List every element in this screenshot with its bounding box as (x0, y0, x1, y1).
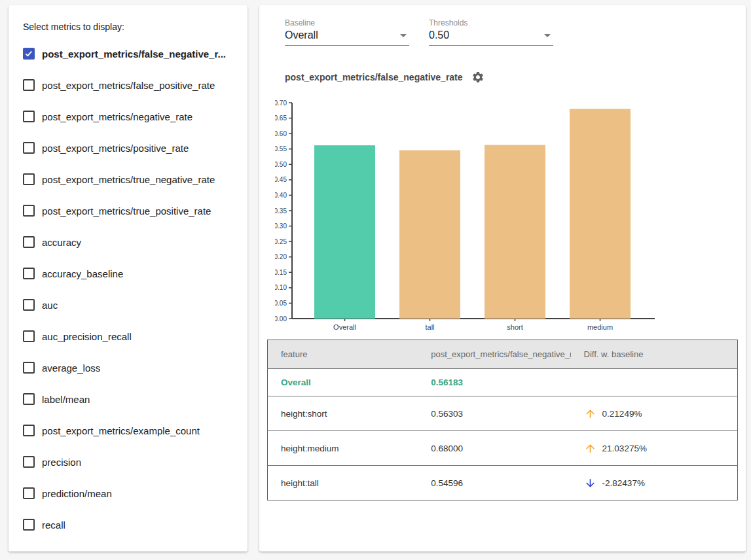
value-cell: 0.54596 (418, 466, 570, 500)
diff-value: 21.03275% (602, 444, 647, 453)
metric-label: post_export_metrics/example_count (42, 425, 200, 436)
checkbox-icon[interactable] (23, 205, 35, 217)
checkbox-icon[interactable] (23, 79, 35, 91)
bar-medium[interactable] (570, 109, 631, 319)
metric-label: post_export_metrics/negative_rate (42, 111, 192, 122)
table-row: height:short0.563030.21249% (268, 396, 738, 431)
metric-item[interactable]: precision (23, 446, 247, 478)
checkbox-icon[interactable] (23, 487, 35, 499)
metric-item[interactable]: auc (23, 289, 247, 321)
bar-chart: 0.000.050.100.150.200.250.300.350.400.45… (275, 97, 668, 337)
bar-Overall[interactable] (314, 145, 375, 319)
metric-label: label/mean (42, 394, 90, 405)
diff-cell: 0.21249% (571, 396, 738, 431)
bar-short[interactable] (485, 145, 545, 319)
checkbox-icon[interactable] (23, 330, 35, 342)
x-tick-label: short (507, 323, 522, 331)
y-tick-label: 0.65 (275, 114, 287, 122)
checkbox-icon[interactable] (23, 456, 35, 468)
checkbox-icon[interactable] (23, 425, 35, 436)
metric-item[interactable]: post_export_metrics/positive_rate (23, 132, 247, 164)
metric-item[interactable]: average_loss (23, 352, 247, 383)
y-tick-label: 0.30 (275, 222, 287, 230)
checkbox-icon[interactable] (23, 299, 35, 311)
metrics-sidebar: Select metrics to display: post_export_m… (9, 5, 247, 551)
metric-item[interactable]: accuracy (23, 226, 247, 258)
metric-item[interactable]: post_export_metrics/true_positive_rate (23, 195, 247, 226)
table-header-cell: feature (268, 340, 418, 369)
checkbox-icon[interactable] (23, 393, 35, 405)
table-row: height:tall0.54596-2.82437% (268, 466, 738, 500)
table-row: Overall0.56183 (268, 369, 738, 396)
metric-item[interactable]: accuracy_baseline (23, 258, 247, 289)
y-tick-label: 0.60 (275, 130, 287, 137)
y-tick-label: 0.25 (275, 238, 287, 245)
checkbox-icon[interactable] (23, 236, 35, 248)
metric-label: post_export_metrics/false_negative_r... (42, 48, 226, 60)
table-header-row: featurepost_export_metrics/false_negativ… (268, 340, 738, 369)
metric-item[interactable]: post_export_metrics/false_negative_r... (23, 38, 247, 69)
value-cell: 0.68000 (418, 431, 570, 466)
metric-label: post_export_metrics/true_positive_rate (42, 205, 211, 217)
diff-cell: 21.03275% (571, 431, 738, 466)
chevron-down-icon (544, 34, 551, 37)
y-tick-label: 0.55 (275, 145, 287, 152)
bar-tall[interactable] (399, 150, 460, 319)
baseline-dropdown-label: Baseline (285, 18, 409, 27)
main-panel: Baseline Overall Thresholds 0.50 post_ex… (259, 5, 746, 551)
value-cell: 0.56183 (418, 369, 570, 396)
table-header-cell: Diff. w. baseline (571, 340, 738, 369)
diff-cell (571, 369, 738, 396)
gear-icon[interactable] (471, 71, 485, 84)
y-tick-label: 0.05 (275, 300, 287, 307)
chart-header: post_export_metrics/false_negative_rate (285, 71, 485, 84)
metric-label: average_loss (42, 362, 100, 374)
diff-cell: -2.82437% (571, 466, 738, 500)
value-cell: 0.56303 (418, 396, 570, 431)
checkbox-checked-icon[interactable] (23, 48, 35, 60)
thresholds-dropdown[interactable]: Thresholds 0.50 (429, 18, 553, 46)
metric-label: post_export_metrics/false_positive_rate (42, 80, 215, 91)
checkbox-icon[interactable] (23, 173, 35, 185)
y-tick-label: 0.10 (275, 284, 287, 291)
arrow-down-icon (584, 477, 596, 489)
arrow-up-icon (584, 442, 596, 455)
sidebar-title: Select metrics to display: (23, 22, 247, 32)
y-tick-label: 0.40 (275, 192, 287, 199)
diff-value: 0.21249% (602, 409, 642, 419)
baseline-dropdown[interactable]: Baseline Overall (285, 18, 409, 46)
diff-value: -2.82437% (602, 478, 645, 488)
metric-label: post_export_metrics/true_negative_rate (42, 174, 215, 185)
metric-item[interactable]: post_export_metrics/true_negative_rate (23, 164, 247, 195)
y-tick-label: 0.20 (275, 253, 287, 260)
metric-item[interactable]: post_export_metrics/example_count (23, 415, 247, 446)
checkbox-icon[interactable] (23, 268, 35, 279)
checkbox-icon[interactable] (23, 519, 35, 531)
checkbox-icon[interactable] (23, 362, 35, 374)
chart-title: post_export_metrics/false_negative_rate (285, 72, 463, 82)
metric-label: auc_precision_recall (42, 331, 132, 342)
feature-cell: Overall (268, 369, 418, 396)
y-tick-label: 0.70 (275, 99, 287, 107)
metric-item[interactable]: prediction/mean (23, 478, 247, 509)
metric-label: auc (42, 300, 58, 311)
metric-item[interactable]: auc_precision_recall (23, 321, 247, 352)
checkbox-icon[interactable] (23, 111, 35, 122)
y-tick-label: 0.35 (275, 207, 287, 215)
metric-item[interactable]: post_export_metrics/negative_rate (23, 101, 247, 132)
thresholds-dropdown-value: 0.50 (429, 29, 449, 41)
metric-item[interactable]: recall (23, 509, 247, 540)
x-tick-label: medium (587, 323, 613, 331)
metric-label: post_export_metrics/positive_rate (42, 143, 189, 154)
baseline-dropdown-value: Overall (285, 29, 318, 41)
metric-label: accuracy_baseline (42, 268, 123, 279)
checkbox-icon[interactable] (23, 142, 35, 154)
metric-list: post_export_metrics/false_negative_r...p… (23, 38, 247, 540)
metric-label: accuracy (42, 237, 81, 248)
metric-item[interactable]: post_export_metrics/false_positive_rate (23, 69, 247, 101)
bar-chart-svg: 0.000.050.100.150.200.250.300.350.400.45… (275, 97, 668, 334)
metric-item[interactable]: label/mean (23, 383, 247, 415)
feature-cell: height:short (268, 396, 418, 431)
chevron-down-icon (400, 34, 407, 37)
thresholds-dropdown-label: Thresholds (429, 18, 553, 27)
